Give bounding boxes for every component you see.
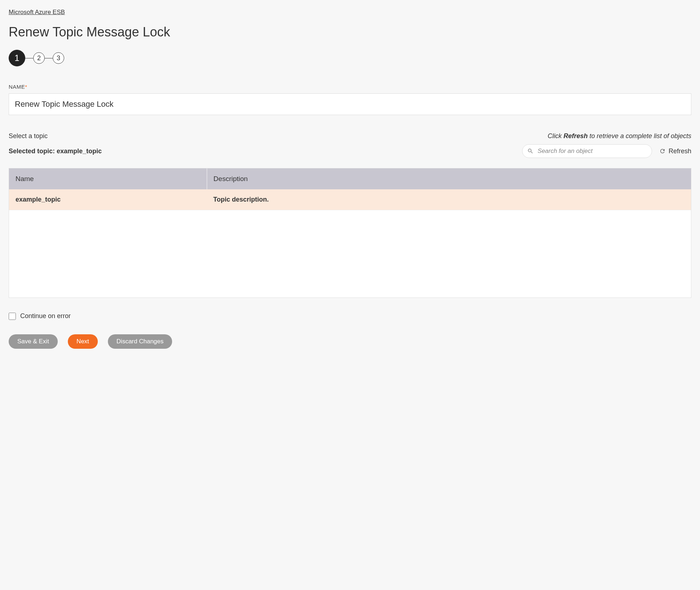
search-icon	[527, 148, 534, 154]
continue-on-error-label[interactable]: Continue on error	[20, 312, 71, 320]
step-connector	[45, 58, 53, 58]
continue-on-error-checkbox[interactable]	[9, 313, 16, 320]
footer-buttons: Save & Exit Next Discard Changes	[9, 334, 691, 349]
required-asterisk: *	[25, 84, 27, 90]
search-box	[522, 144, 652, 158]
topic-table-container: Name Description example_topicTopic desc…	[9, 168, 691, 298]
refresh-label: Refresh	[669, 148, 691, 155]
name-field-label: NAME*	[9, 84, 691, 90]
refresh-button[interactable]: Refresh	[659, 148, 691, 155]
step-connector	[25, 58, 33, 58]
save-exit-button[interactable]: Save & Exit	[9, 334, 58, 349]
step-3[interactable]: 3	[53, 52, 64, 64]
select-topic-label: Select a topic	[9, 132, 48, 140]
name-input[interactable]	[9, 93, 691, 115]
table-cell-description: Topic description.	[207, 189, 691, 210]
breadcrumb-link[interactable]: Microsoft Azure ESB	[9, 9, 65, 16]
refresh-hint: Click Refresh to retrieve a complete lis…	[548, 132, 691, 140]
discard-changes-button[interactable]: Discard Changes	[108, 334, 172, 349]
step-2[interactable]: 2	[33, 52, 45, 64]
refresh-icon	[659, 148, 666, 154]
next-button[interactable]: Next	[68, 334, 98, 349]
table-header-description: Description	[207, 168, 691, 189]
topic-table: Name Description example_topicTopic desc…	[9, 168, 691, 210]
page-title: Renew Topic Message Lock	[9, 25, 691, 40]
step-1[interactable]: 1	[9, 50, 25, 66]
search-input[interactable]	[522, 144, 652, 158]
selected-topic: Selected topic: example_topic	[9, 148, 102, 155]
table-header-name: Name	[9, 168, 207, 189]
breadcrumb: Microsoft Azure ESB	[9, 9, 691, 16]
table-cell-name: example_topic	[9, 189, 207, 210]
table-row[interactable]: example_topicTopic description.	[9, 189, 691, 210]
stepper: 1 2 3	[9, 50, 691, 66]
